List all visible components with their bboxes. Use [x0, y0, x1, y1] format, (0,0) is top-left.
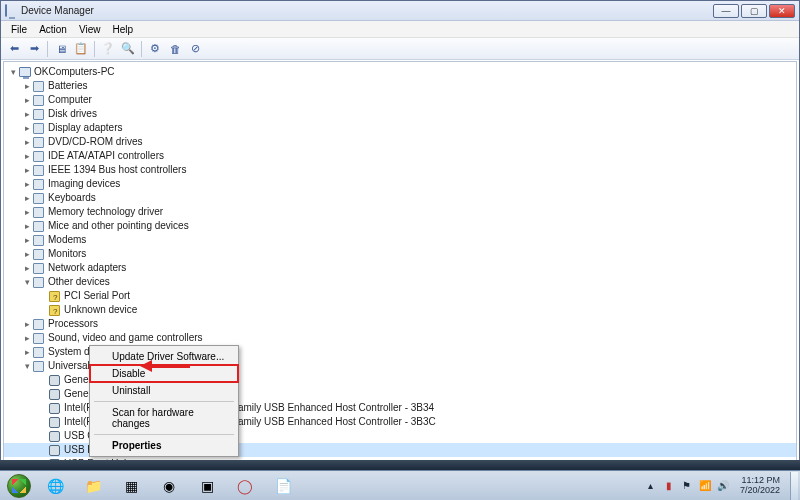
toolbar-view-icon[interactable]: 🖥: [52, 40, 70, 58]
context-menu-separator: [94, 434, 234, 435]
tree-node[interactable]: ▸Disk drives: [4, 107, 796, 121]
tree-node[interactable]: ▾OKComputers-PC: [4, 65, 796, 79]
desktop-background: [0, 460, 800, 470]
expand-icon[interactable]: ▸: [22, 149, 32, 163]
tree-node[interactable]: ▸Batteries: [4, 79, 796, 93]
expand-icon[interactable]: ▸: [22, 163, 32, 177]
tree-node[interactable]: ▸Keyboards: [4, 191, 796, 205]
tree-node[interactable]: ▸Monitors: [4, 247, 796, 261]
context-menu-item[interactable]: Properties: [90, 437, 238, 454]
tree-node-label: Other devices: [48, 275, 114, 289]
tree-node[interactable]: ▸Mice and other pointing devices: [4, 219, 796, 233]
device-icon: [32, 206, 45, 219]
expand-icon[interactable]: ▾: [8, 65, 18, 79]
expand-icon[interactable]: ▸: [22, 79, 32, 93]
context-menu-item[interactable]: Uninstall: [90, 382, 238, 399]
tray-flag-icon[interactable]: ⚑: [680, 479, 694, 493]
expand-icon[interactable]: ▸: [22, 233, 32, 247]
device-icon: [48, 290, 61, 303]
tree-node[interactable]: PCI Serial Port: [4, 289, 796, 303]
expand-icon[interactable]: ▸: [22, 191, 32, 205]
device-icon: [32, 276, 45, 289]
taskbar-ie-icon[interactable]: 🌐: [37, 474, 73, 498]
expand-icon[interactable]: ▸: [22, 177, 32, 191]
toolbar-uninstall-icon[interactable]: 🗑: [166, 40, 184, 58]
device-icon: [48, 388, 61, 401]
taskbar-app3-icon[interactable]: 📄: [265, 474, 301, 498]
tree-node[interactable]: ▾Other devices: [4, 275, 796, 289]
device-icon: [32, 108, 45, 121]
tray-app-icon[interactable]: ▮: [662, 479, 676, 493]
tree-node[interactable]: ▸Imaging devices: [4, 177, 796, 191]
device-icon: [48, 444, 61, 457]
expand-icon[interactable]: ▾: [22, 275, 32, 289]
expand-icon[interactable]: ▸: [22, 247, 32, 261]
forward-button[interactable]: ➡: [25, 40, 43, 58]
expand-icon[interactable]: ▸: [22, 331, 32, 345]
toolbar-properties-icon[interactable]: 📋: [72, 40, 90, 58]
show-desktop-button[interactable]: [790, 472, 798, 500]
device-icon: [32, 164, 45, 177]
back-button[interactable]: ⬅: [5, 40, 23, 58]
expand-icon[interactable]: ▸: [22, 107, 32, 121]
context-menu-item[interactable]: Scan for hardware changes: [90, 404, 238, 432]
tray-show-hidden-icon[interactable]: ▴: [644, 479, 658, 493]
context-menu-item[interactable]: Update Driver Software...: [90, 348, 238, 365]
expand-icon[interactable]: ▸: [22, 93, 32, 107]
menu-help[interactable]: Help: [106, 24, 139, 35]
taskbar-app2-icon[interactable]: ▣: [189, 474, 225, 498]
start-button[interactable]: [2, 473, 36, 499]
context-menu-separator: [94, 401, 234, 402]
minimize-button[interactable]: —: [713, 4, 739, 18]
toolbar-update-icon[interactable]: ⚙: [146, 40, 164, 58]
window-title: Device Manager: [21, 5, 711, 16]
expand-icon[interactable]: ▸: [22, 317, 32, 331]
tree-node-label: OKComputers-PC: [34, 65, 119, 79]
expand-icon[interactable]: ▸: [22, 345, 32, 359]
tray-network-icon[interactable]: 📶: [698, 479, 712, 493]
context-menu-item[interactable]: Disable: [90, 365, 238, 382]
tree-node[interactable]: ▸Modems: [4, 233, 796, 247]
tree-node-label: Processors: [48, 317, 102, 331]
expand-icon[interactable]: ▸: [22, 121, 32, 135]
device-icon: [32, 94, 45, 107]
tree-node-label: Sound, video and game controllers: [48, 331, 207, 345]
tree-node-label: Mice and other pointing devices: [48, 219, 193, 233]
tree-node[interactable]: ▸Processors: [4, 317, 796, 331]
tree-node[interactable]: ▸Memory technology driver: [4, 205, 796, 219]
menu-file[interactable]: File: [5, 24, 33, 35]
taskbar-app1-icon[interactable]: ▦: [113, 474, 149, 498]
tree-node[interactable]: ▸Network adapters: [4, 261, 796, 275]
tree-node[interactable]: ▸Computer: [4, 93, 796, 107]
maximize-button[interactable]: ▢: [741, 4, 767, 18]
toolbar-scan-icon[interactable]: 🔍: [119, 40, 137, 58]
expand-icon[interactable]: ▸: [22, 261, 32, 275]
tree-node-label: IEEE 1394 Bus host controllers: [48, 163, 190, 177]
device-icon: [48, 374, 61, 387]
device-icon: [32, 150, 45, 163]
expand-icon[interactable]: ▾: [22, 359, 32, 373]
tree-node-label: Monitors: [48, 247, 90, 261]
taskbar-chrome-icon[interactable]: ◉: [151, 474, 187, 498]
tree-node[interactable]: Unknown device: [4, 303, 796, 317]
toolbar-help-icon[interactable]: ❔: [99, 40, 117, 58]
close-button[interactable]: ✕: [769, 4, 795, 18]
expand-icon[interactable]: ▸: [22, 135, 32, 149]
expand-icon[interactable]: ▸: [22, 219, 32, 233]
tree-node[interactable]: ▸Sound, video and game controllers: [4, 331, 796, 345]
menu-action[interactable]: Action: [33, 24, 73, 35]
taskbar-opera-icon[interactable]: ◯: [227, 474, 263, 498]
tree-node[interactable]: ▸Display adapters: [4, 121, 796, 135]
taskbar-explorer-icon[interactable]: 📁: [75, 474, 111, 498]
expand-icon[interactable]: ▸: [22, 205, 32, 219]
taskbar-clock[interactable]: 11:12 PM 7/20/2022: [734, 476, 786, 495]
tree-node[interactable]: ▸IEEE 1394 Bus host controllers: [4, 163, 796, 177]
toolbar-disable-icon[interactable]: ⊘: [186, 40, 204, 58]
menu-view[interactable]: View: [73, 24, 107, 35]
tree-node[interactable]: ▸IDE ATA/ATAPI controllers: [4, 149, 796, 163]
tray-volume-icon[interactable]: 🔊: [716, 479, 730, 493]
titlebar[interactable]: Device Manager — ▢ ✕: [1, 1, 799, 21]
tree-node[interactable]: ▸DVD/CD-ROM drives: [4, 135, 796, 149]
tree-node-label: Computer: [48, 93, 96, 107]
tree-node-label: Disk drives: [48, 107, 101, 121]
